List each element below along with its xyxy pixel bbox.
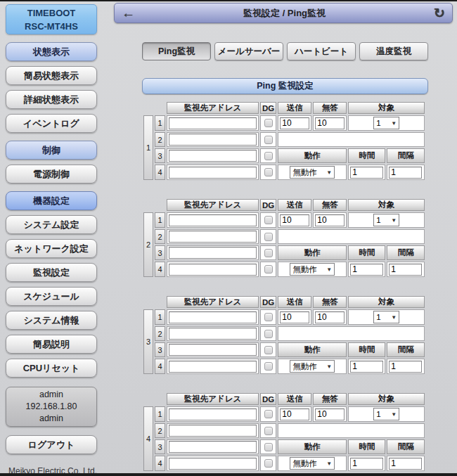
no-answer-count-input[interactable]: [315, 117, 345, 129]
column-header-target: 対象: [348, 393, 425, 405]
sidebar-section-status[interactable]: 状態表示: [6, 42, 97, 61]
interval-input[interactable]: [389, 458, 422, 470]
dg-checkbox[interactable]: [264, 410, 273, 418]
dg-checkbox[interactable]: [264, 313, 273, 321]
sidebar-item-detail-status[interactable]: 詳細状態表示: [6, 90, 97, 109]
tab-ping-monitor[interactable]: Ping監視: [142, 42, 211, 60]
target-select[interactable]: 1 ▼: [373, 408, 399, 420]
address-input[interactable]: [169, 150, 257, 162]
dropdown-arrow-icon: ▼: [326, 461, 332, 467]
target-select-value: 1: [376, 410, 380, 418]
sidebar-item-network-settings[interactable]: ネットワーク設定: [6, 239, 97, 258]
dg-checkbox[interactable]: [264, 443, 273, 451]
action-select-value: 無動作: [292, 264, 317, 275]
logout-button[interactable]: ログアウト: [6, 435, 97, 454]
send-count-input[interactable]: [280, 409, 309, 420]
time-input[interactable]: [350, 361, 383, 373]
dg-checkbox[interactable]: [264, 362, 273, 371]
address-input[interactable]: [169, 311, 257, 323]
column-header-action: 動作: [278, 439, 347, 454]
row-number: 1: [155, 309, 165, 325]
send-count-input[interactable]: [280, 214, 309, 226]
interval-input[interactable]: [389, 361, 422, 373]
dg-checkbox[interactable]: [264, 168, 273, 176]
sidebar-item-label: システム設定: [23, 219, 79, 231]
sidebar-item-schedule[interactable]: スケジュール: [6, 287, 97, 306]
dg-checkbox[interactable]: [264, 459, 273, 468]
action-select-value: 無動作: [292, 458, 317, 469]
column-header-no-answer: 無答: [313, 393, 347, 405]
address-input[interactable]: [169, 344, 257, 356]
row-number: 3: [155, 439, 165, 454]
address-input[interactable]: [169, 441, 257, 453]
sidebar-item-label: 詳細状態表示: [24, 94, 79, 106]
send-count-input[interactable]: [280, 117, 309, 129]
target-select[interactable]: 1 ▼: [373, 214, 399, 226]
page-title: 監視設定 / Ping監視: [135, 7, 434, 20]
send-count-input[interactable]: [280, 311, 309, 323]
sidebar-section-status-label: 状態表示: [33, 46, 70, 58]
interval-input[interactable]: [389, 167, 422, 179]
time-input[interactable]: [350, 167, 383, 179]
action-select[interactable]: 無動作 ▼: [290, 360, 335, 373]
sidebar-section-control[interactable]: 制御: [6, 141, 97, 160]
time-input[interactable]: [350, 264, 383, 276]
action-select[interactable]: 無動作 ▼: [290, 263, 335, 276]
address-input[interactable]: [169, 409, 257, 420]
dg-checkbox[interactable]: [264, 119, 273, 127]
dg-checkbox[interactable]: [264, 346, 273, 354]
address-input[interactable]: [169, 458, 257, 470]
dg-checkbox[interactable]: [264, 136, 273, 144]
target-select[interactable]: 1 ▼: [373, 117, 399, 129]
back-arrow-icon[interactable]: ←: [122, 6, 135, 20]
dg-checkbox[interactable]: [264, 330, 273, 338]
row-number: 2: [155, 132, 165, 147]
address-input[interactable]: [169, 231, 257, 243]
address-input[interactable]: [169, 214, 257, 226]
dg-checkbox[interactable]: [264, 216, 273, 224]
address-input[interactable]: [169, 134, 257, 146]
sidebar-item-system-settings[interactable]: システム設定: [6, 215, 97, 234]
sidebar-item-monitor-settings[interactable]: 監視設定: [6, 263, 97, 282]
tab-mail-server[interactable]: メールサーバー: [214, 42, 283, 60]
header-spacer: [143, 199, 165, 211]
column-header-dg: DG: [260, 393, 276, 405]
address-input[interactable]: [169, 361, 257, 373]
address-input[interactable]: [169, 328, 257, 340]
tab-temperature-monitor[interactable]: 温度監視: [359, 42, 428, 60]
group-number: 1: [143, 115, 153, 180]
dg-checkbox[interactable]: [264, 249, 273, 257]
address-input[interactable]: [169, 425, 257, 437]
brand-badge: TIMEBOOT RSC-MT4HS: [6, 4, 97, 34]
action-select[interactable]: 無動作 ▼: [290, 457, 335, 470]
address-input[interactable]: [169, 247, 257, 259]
action-select[interactable]: 無動作 ▼: [290, 166, 335, 179]
sidebar-item-power-control[interactable]: 電源制御: [6, 165, 97, 184]
address-input[interactable]: [169, 167, 257, 179]
address-input[interactable]: [169, 117, 257, 129]
sidebar-section-device-settings[interactable]: 機器設定: [6, 191, 97, 210]
sidebar-item-system-info[interactable]: システム情報: [6, 311, 97, 330]
column-header-dg: DG: [260, 102, 276, 114]
sidebar-item-cpu-reset[interactable]: CPUリセット: [6, 359, 97, 378]
sidebar-item-simple-status[interactable]: 簡易状態表示: [6, 66, 97, 85]
dg-checkbox[interactable]: [264, 152, 273, 160]
interval-input[interactable]: [389, 264, 422, 276]
sidebar-item-simple-guide[interactable]: 簡易説明: [6, 335, 97, 354]
sidebar-item-event-log[interactable]: イベントログ: [6, 114, 97, 133]
target-select[interactable]: 1 ▼: [373, 311, 399, 323]
no-answer-count-input[interactable]: [315, 311, 345, 323]
address-input[interactable]: [169, 264, 257, 276]
action-select-value: 無動作: [292, 361, 317, 372]
dg-checkbox[interactable]: [264, 265, 273, 274]
time-input[interactable]: [350, 458, 383, 470]
dg-checkbox[interactable]: [264, 427, 273, 435]
row-number: 4: [155, 456, 165, 471]
ping-monitor-group-table: 監視先アドレス DG 送信 無答 対象 3 1 1 ▼ 2: [142, 295, 426, 375]
tab-heartbeat[interactable]: ハートビート: [287, 42, 356, 60]
no-answer-count-input[interactable]: [315, 214, 345, 226]
no-answer-count-input[interactable]: [315, 409, 345, 420]
refresh-icon[interactable]: ↻: [434, 6, 445, 20]
column-header-target: 対象: [348, 102, 425, 114]
dg-checkbox[interactable]: [264, 233, 273, 241]
